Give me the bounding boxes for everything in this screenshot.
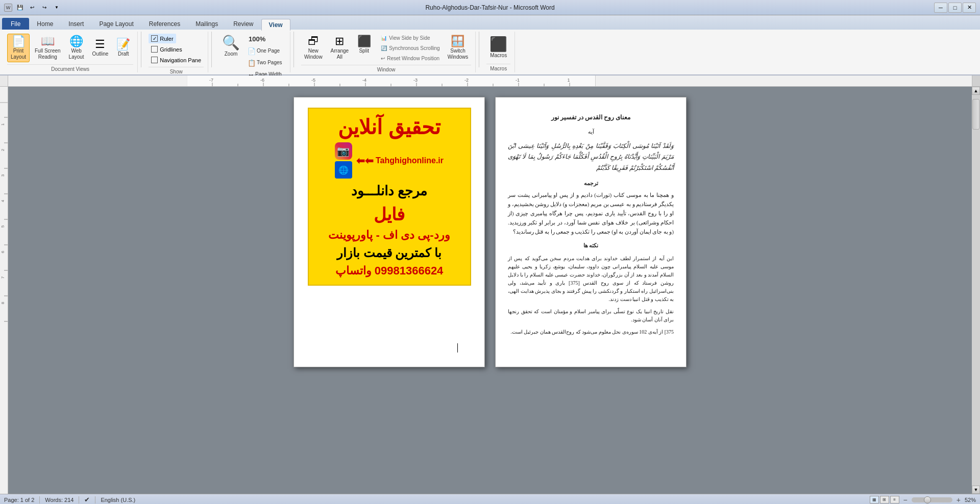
page-right-content: معنای روح القدس در تفسیر نور آیه وَلَقَد… [508,113,674,336]
save-quick-btn[interactable]: 💾 [15,3,24,12]
ad-website-row: 📷 🌐 ⬅⬅ Tahghighonline.ir [335,142,444,179]
macros-button[interactable]: ⬛ Macros [486,35,510,61]
notes-title: نکته ها [508,241,674,250]
status-check-icon: ✔ [84,496,90,503]
print-layout-button[interactable]: 📄 PrintLayout [7,34,30,62]
zoom-button[interactable]: 🔍 Zoom [219,34,243,59]
two-pages-icon: 📋 [248,59,256,67]
status-sep-3 [95,496,95,503]
word-icon: W [4,4,12,12]
redo-quick-btn[interactable]: ↪ [40,3,49,12]
scroll-corner [972,75,980,86]
reset-window-button[interactable]: ↩ Reset Window Position [378,54,443,63]
v-ruler-svg: 1 2 3 4 5 6 7 8 [0,87,8,444]
ribbon: File Home Insert Page Layout References … [0,15,980,75]
print-layout-label: PrintLayout [11,48,26,60]
svg-text:4: 4 [1,199,5,202]
web-icon-box: 🌐 [335,161,352,179]
instagram-icon-box: 📷 [335,142,352,160]
ruler-checkbox[interactable]: ✓ Ruler [149,34,176,43]
group-zoom: 🔍 Zoom 100% 📄 One Page 📋 Two Pages [215,32,290,72]
switch-windows-button[interactable]: 🪟 SwitchWindows [445,34,472,62]
one-page-label: One Page [257,48,280,54]
zoom-slider-thumb[interactable] [924,496,931,503]
tab-page-layout[interactable]: Page Layout [91,18,141,30]
zoom-percent: 52% [965,497,976,503]
new-window-label: NewWindow [304,48,323,60]
window-controls: ─ □ ✕ [934,3,976,13]
undo-quick-btn[interactable]: ↩ [28,3,37,12]
ad-ref-text: مرجع دانلـــود [351,183,427,200]
outline-button[interactable]: ☰ Outline [89,37,112,59]
group-macros: ⬛ Macros Macros [482,32,515,72]
svg-text:-1: -1 [516,78,520,83]
svg-text:5: 5 [1,225,5,228]
tab-references[interactable]: References [141,18,188,30]
ad-price-text: با کمترین قیمت بازار [337,246,442,260]
layout-icon-3[interactable]: ≡ [890,496,899,503]
tab-home[interactable]: Home [29,18,61,30]
customize-quick-btn[interactable]: ▼ [52,3,61,12]
full-screen-reading-button[interactable]: 📖 Full ScreenReading [32,34,64,62]
svg-text:-6: -6 [260,78,264,83]
scroll-up-button[interactable]: ▲ [972,87,980,95]
title-bar-left: W 💾 ↩ ↪ ▼ [4,3,61,12]
show-items: ✓ Ruler Gridlines Navigation Pane [149,32,204,67]
vertical-scrollbar[interactable]: ▲ ▼ [972,87,980,494]
status-bar: Page: 1 of 2 Words: 214 ✔ English (U.S.)… [0,494,980,504]
ad-website-url: ⬅⬅ Tahghighonline.ir [356,155,444,167]
group-document-views: 📄 PrintLayout 📖 Full ScreenReading 🌐 Web… [3,32,138,72]
draft-button[interactable]: 📝 Draft [113,37,133,59]
tab-insert[interactable]: Insert [61,18,91,30]
one-page-button[interactable]: 📄 One Page [245,46,286,57]
minimize-button[interactable]: ─ [934,3,947,13]
zoom-100-button[interactable]: 100% [245,34,286,45]
zoom-minus-button[interactable]: − [903,496,908,504]
two-pages-button[interactable]: 📋 Two Pages [245,58,286,68]
tab-file[interactable]: File [2,18,29,30]
group-window: 🗗 NewWindow ⊞ ArrangeAll ⬛ Split 📊 View … [297,32,476,72]
tab-view[interactable]: View [261,19,290,31]
view-side-label: View Side by Side [389,35,430,41]
nav-pane-checkbox[interactable]: Navigation Pane [149,55,204,65]
ruler-svg: -7 -6 -5 -4 -3 -2 -1 1 [8,75,972,87]
ad-box: تحقیق آنلاین 📷 🌐 ⬅⬅ Tahghighonline.ir [308,108,471,286]
status-sep-1 [39,496,40,503]
layout-icon-2[interactable]: ⊞ [880,496,889,503]
nav-pane-label: Navigation Pane [160,57,201,63]
outline-icon: ☰ [95,39,105,50]
translation-title: ترجمه [508,179,674,188]
arrange-all-button[interactable]: ⊞ ArrangeAll [328,34,352,62]
zoom-slider[interactable] [912,497,952,502]
sync-scroll-button[interactable]: 🔄 Synchronous Scrolling [378,44,443,53]
split-button[interactable]: ⬛ Split [354,34,374,56]
window-items: 🗗 NewWindow ⊞ ArrangeAll ⬛ Split 📊 View … [301,32,471,65]
scroll-thumb[interactable] [972,99,979,130]
page-right: معنای روح القدس در تفسیر نور آیه وَلَقَد… [495,97,687,367]
zoom-plus-button[interactable]: + [957,496,961,504]
ruler-corner [0,75,8,87]
close-button[interactable]: ✕ [963,3,976,13]
layout-icon-1[interactable]: ▦ [870,496,879,503]
gridlines-checkbox[interactable]: Gridlines [149,44,184,54]
view-side-icon: 📊 [381,35,387,41]
tab-review[interactable]: Review [226,18,261,30]
web-layout-button[interactable]: 🌐 WebLayout [66,34,87,62]
new-window-button[interactable]: 🗗 NewWindow [301,34,326,62]
macros-icon: ⬛ [489,37,507,52]
svg-text:7: 7 [1,276,5,279]
print-layout-icon: 📄 [12,36,26,47]
draft-icon: 📝 [116,39,130,50]
two-pages-label: Two Pages [257,60,282,66]
svg-text:-4: -4 [362,78,366,83]
tab-mailings[interactable]: Mailings [188,18,226,30]
maximize-button[interactable]: □ [948,3,962,13]
status-right: ▦ ⊞ ≡ − + 52% [870,496,976,504]
full-screen-icon: 📖 [41,36,55,47]
scroll-down-button[interactable]: ▼ [972,486,980,494]
switch-windows-icon: 🪟 [451,36,464,47]
window-title: Ruho-Alghodus-Dar-Tafsir-Nur - Microsoft… [425,4,554,11]
divider-2 [211,32,212,67]
view-side-by-side-button[interactable]: 📊 View Side by Side [378,34,443,42]
zoom-100-label: 100% [249,35,265,43]
